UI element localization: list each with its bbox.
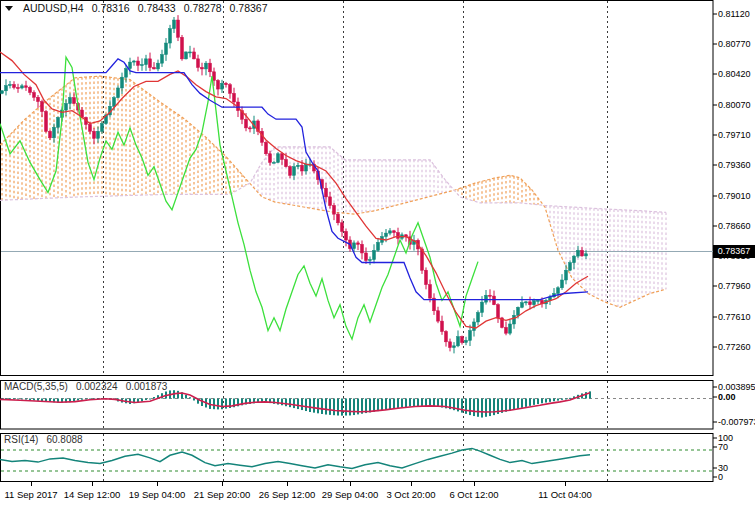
candle-body	[301, 165, 304, 171]
macd-histogram-bar	[477, 399, 479, 417]
candle-body	[41, 102, 44, 112]
candle-body	[57, 118, 60, 128]
candle-body	[457, 337, 460, 346]
macd-histogram-bar	[405, 399, 407, 407]
price-axis-label: 0.81120	[718, 9, 750, 19]
candle-body	[201, 67, 204, 68]
candle-body	[113, 98, 116, 107]
time-axis-label: 19 Sep 04:00	[129, 489, 186, 500]
macd-histogram-bar	[333, 399, 335, 416]
candle-body	[425, 270, 428, 284]
macd-histogram-bar	[33, 399, 35, 401]
macd-histogram-bar	[537, 399, 539, 405]
macd-histogram-bar	[225, 399, 227, 409]
candle-body	[245, 119, 248, 128]
macd-histogram-bar	[341, 399, 343, 416]
macd-signal-value: 0.001873	[126, 381, 168, 392]
macd-histogram-bar	[489, 399, 491, 417]
macd-histogram-bar	[297, 399, 299, 410]
macd-histogram-bar	[469, 399, 471, 416]
macd-histogram-bar	[189, 397, 191, 398]
macd-histogram-bar	[481, 399, 483, 418]
candle-body	[397, 233, 400, 239]
macd-histogram-bar	[381, 399, 383, 411]
candle-body	[517, 307, 520, 315]
dropdown-triangle-icon[interactable]	[5, 6, 13, 11]
macd-histogram-bar	[21, 399, 23, 400]
symbol-period-label: AUDUSD,H4	[23, 2, 84, 14]
candle-body	[89, 124, 92, 131]
macd-histogram-bar	[17, 399, 19, 400]
macd-histogram-bar	[301, 399, 303, 411]
candle-body	[277, 154, 280, 163]
macd-histogram-bar	[533, 399, 535, 405]
candle-body	[145, 59, 148, 65]
macd-histogram-bar	[81, 399, 83, 400]
macd-histogram-bar	[569, 398, 571, 399]
candle-body	[185, 52, 188, 59]
candle-body	[117, 88, 120, 98]
macd-histogram-bar	[337, 399, 339, 416]
candle-body	[69, 98, 72, 104]
macd-histogram-bar	[149, 399, 151, 400]
candle-body	[125, 69, 128, 78]
macd-histogram-bar	[217, 399, 219, 410]
candle-body	[505, 327, 508, 333]
candle-body	[29, 87, 32, 92]
candle-body	[225, 83, 228, 84]
chart-window[interactable]: AUDUSD,H4 0.78316 0.78433 0.78278 0.7836…	[0, 0, 755, 507]
macd-histogram-bar	[285, 399, 287, 407]
candle-body	[97, 131, 100, 138]
candle-body	[1, 91, 4, 94]
macd-histogram-bar	[213, 399, 215, 410]
chart-title: AUDUSD,H4 0.78316 0.78433 0.78278 0.7836…	[5, 2, 268, 14]
macd-histogram-bar	[529, 399, 531, 406]
macd-histogram-bar	[517, 399, 519, 409]
macd-histogram-bar	[521, 399, 523, 408]
candle-body	[169, 29, 172, 43]
macd-histogram-bar	[353, 399, 355, 416]
candle-body	[289, 167, 292, 176]
macd-histogram-bar	[389, 399, 391, 410]
candle-body	[49, 131, 52, 137]
candle-body	[477, 312, 480, 321]
candle-body	[585, 254, 588, 256]
candle-body	[333, 206, 336, 215]
candle-body	[461, 337, 464, 343]
candle-body	[229, 85, 232, 94]
candle-body	[337, 214, 340, 223]
macd-histogram-bar	[329, 399, 331, 415]
macd-histogram-bar	[153, 397, 155, 398]
candle-body	[141, 65, 144, 66]
macd-histogram-bar	[317, 399, 319, 414]
candle-body	[9, 85, 12, 86]
current-price-badge: 0.78367	[713, 245, 755, 258]
macd-indicator-label: MACD(5,35,5) 0.002324 0.001873	[4, 381, 167, 392]
macd-histogram-bar	[541, 399, 543, 404]
candle-body	[45, 111, 48, 131]
candle-body	[157, 63, 160, 69]
candle-body	[529, 302, 532, 305]
ohlc-close: 0.78367	[230, 2, 268, 14]
macd-histogram-bar	[425, 399, 427, 406]
candle-body	[153, 67, 156, 68]
candle-body	[393, 231, 396, 233]
ohlc-high: 0.78433	[138, 2, 176, 14]
candle-body	[133, 61, 136, 62]
price-chart-canvas[interactable]	[0, 0, 755, 507]
price-axis-label: 0.79360	[718, 160, 751, 170]
macd-histogram-bar	[377, 399, 379, 412]
candle-body	[369, 260, 372, 261]
macd-histogram-bar	[417, 399, 419, 407]
macd-histogram-bar	[193, 399, 195, 401]
candle-body	[17, 88, 20, 89]
macd-histogram-bar	[325, 399, 327, 415]
candle-body	[557, 288, 560, 294]
macd-histogram-bar	[513, 399, 515, 410]
candle-body	[181, 37, 184, 59]
time-axis-label: 11 Oct 04:00	[538, 489, 592, 500]
candle-body	[65, 103, 68, 110]
candle-body	[429, 285, 432, 299]
candle-body	[509, 324, 512, 333]
ohlc-open: 0.78316	[92, 2, 130, 14]
